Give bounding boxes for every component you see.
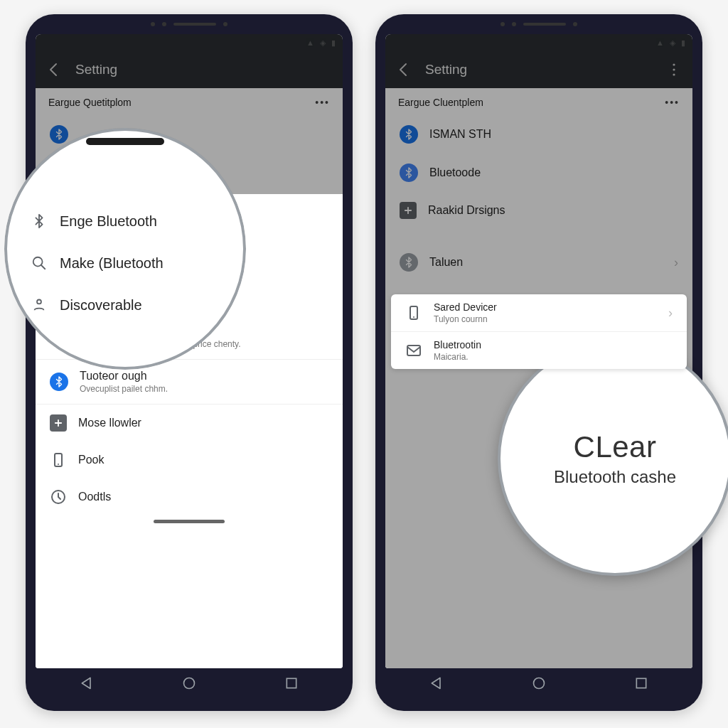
search-icon xyxy=(31,255,47,271)
section-header: Eargue Cluentplem ••• xyxy=(385,88,692,115)
chevron-right-icon: › xyxy=(674,255,678,270)
panel-item[interactable]: Sared Devicer Tulyon cournn › xyxy=(391,294,687,331)
nav-bar xyxy=(385,668,692,701)
item-subtitle: Tulyon cournn xyxy=(434,314,497,324)
item-subtitle: Ovecuplist pailet chhm. xyxy=(80,384,168,394)
lens-title[interactable]: CLear xyxy=(574,430,657,464)
list-item[interactable]: Tuoteor ough Ovecuplist pailet chhm. xyxy=(36,360,343,404)
plus-icon xyxy=(50,414,67,432)
lens-label: Discoverable xyxy=(60,297,142,314)
bluetooth-icon xyxy=(400,125,418,144)
nav-recent-button[interactable] xyxy=(284,676,299,693)
phone-left: ▲ ◈ ▮ Setting Eargue Quetitplom ••• Blue… xyxy=(26,14,353,711)
lens-row[interactable]: Enge Bluetooth xyxy=(31,200,223,242)
list-item[interactable]: Bluetoode xyxy=(385,154,692,192)
status-bar: ▲ ◈ ▮ xyxy=(385,34,692,51)
section-title: Eargue Quetitplom xyxy=(48,97,132,108)
section-header: Eargue Quetitplom ••• xyxy=(36,88,343,115)
appbar-title: Setting xyxy=(425,62,467,77)
list-item[interactable]: ISMAN STH xyxy=(385,115,692,154)
section-title: Eargue Cluentplem xyxy=(398,97,483,108)
more-icon[interactable]: ••• xyxy=(665,97,680,108)
nav-back-button[interactable] xyxy=(429,676,444,693)
bluetooth-icon xyxy=(31,213,47,229)
nav-recent-button[interactable] xyxy=(634,676,648,693)
more-icon[interactable]: ••• xyxy=(315,97,330,108)
nav-home-button[interactable] xyxy=(532,676,546,693)
battery-icon: ▮ xyxy=(681,38,685,48)
chevron-right-icon: › xyxy=(668,306,673,321)
app-bar: Setting xyxy=(36,51,343,88)
item-label: ISMAN STH xyxy=(429,128,491,141)
item-title: Pook xyxy=(78,454,104,466)
item-subtitle: Maicaria. xyxy=(434,352,481,362)
lens-label: Enge Bluetooth xyxy=(60,213,157,230)
phone-notch xyxy=(375,14,702,34)
more-icon[interactable] xyxy=(665,61,682,78)
wifi-icon: ◈ xyxy=(670,38,675,48)
signal-icon: ▲ xyxy=(306,38,314,47)
bluetooth-icon xyxy=(50,125,68,144)
appbar-title: Setting xyxy=(75,62,117,77)
bluetooth-icon xyxy=(400,164,418,182)
status-bar: ▲ ◈ ▮ xyxy=(36,34,343,51)
nav-back-button[interactable] xyxy=(80,676,94,693)
item-label: Taluen xyxy=(429,256,463,269)
panel-item[interactable]: Bluetrootin Maicaria. xyxy=(391,332,687,369)
lens-label: Make (Bluetooth xyxy=(60,255,164,272)
magnifier-right: CLear Bluetooth cashe xyxy=(498,341,728,576)
list-item[interactable]: Raakid Drsigns xyxy=(385,192,692,229)
lens-subtitle: Bluetooth cashe xyxy=(554,467,676,487)
item-title: Mose llowler xyxy=(78,417,141,429)
battery-icon: ▮ xyxy=(331,38,336,48)
mail-icon xyxy=(405,342,422,359)
item-label: Bluetoode xyxy=(429,166,481,179)
phone-right: ▲ ◈ ▮ Setting Eargue Cluentplem ••• ISMA… xyxy=(375,14,702,711)
list-item[interactable]: Mose llowler xyxy=(36,405,343,441)
screen-right: ▲ ◈ ▮ Setting Eargue Cluentplem ••• ISMA… xyxy=(385,34,692,668)
list-item[interactable]: Pook xyxy=(36,441,343,478)
home-indicator xyxy=(154,520,225,523)
nav-home-button[interactable] xyxy=(182,676,196,693)
clock-icon xyxy=(50,488,67,505)
device-icon xyxy=(50,451,67,469)
bluetooth-icon xyxy=(50,373,68,391)
signal-icon: ▲ xyxy=(656,38,664,47)
item-label: Raakid Drsigns xyxy=(428,204,505,217)
magnifier-left: Enge Bluetooth Make (Bluetooth Discovera… xyxy=(4,128,246,370)
lens-row[interactable]: Discoverable xyxy=(31,284,223,326)
bottom-panel: Sared Devicer Tulyon cournn › Bluetrooti… xyxy=(391,294,687,369)
plus-icon xyxy=(400,202,417,219)
back-icon[interactable] xyxy=(395,61,412,78)
bluetooth-icon xyxy=(400,253,418,272)
person-icon xyxy=(31,297,47,313)
back-icon[interactable] xyxy=(46,61,63,78)
list-item[interactable]: Taluen › xyxy=(385,243,692,282)
nav-bar xyxy=(36,668,343,701)
item-title: Bluetrootin xyxy=(434,339,481,350)
item-title: Sared Devicer xyxy=(434,301,497,313)
device-icon xyxy=(405,304,422,321)
item-title: Oodtls xyxy=(78,491,111,503)
phone-notch xyxy=(26,14,353,34)
wifi-icon: ◈ xyxy=(320,38,326,48)
lens-row[interactable]: Make (Bluetooth xyxy=(31,242,223,284)
item-title: Tuoteor ough xyxy=(80,370,168,382)
list-item[interactable]: Oodtls xyxy=(36,478,343,515)
app-bar: Setting xyxy=(385,51,692,88)
